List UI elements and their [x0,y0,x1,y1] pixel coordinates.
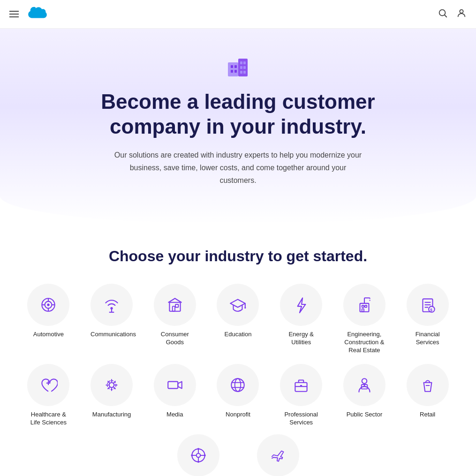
svg-rect-8 [238,59,248,76]
industry-grid-row1: Automotive Communications [19,284,457,355]
svg-point-72 [204,454,205,456]
industry-label-energy-utilities: Energy & Utilities [280,331,322,347]
svg-rect-4 [231,65,233,68]
svg-rect-34 [365,305,367,307]
industry-item-professional-services[interactable]: Professional Services [272,364,331,427]
svg-point-52 [235,378,241,391]
hero-section: Become a leading customer company in you… [0,29,476,224]
industry-label-nonprofit: Nonprofit [226,411,250,419]
industry-label-professional-services: Professional Services [280,411,322,427]
svg-marker-31 [298,298,306,313]
industry-label-manufacturing: Manufacturing [92,411,131,419]
industry-item-education[interactable]: Education [208,284,268,355]
svg-rect-7 [234,70,237,73]
industry-item-media[interactable]: Media [145,364,204,427]
svg-point-61 [364,385,365,386]
svg-rect-49 [168,381,178,388]
svg-rect-10 [243,61,246,64]
industry-item-manufacturing[interactable]: Manufacturing [82,364,142,427]
industry-item-retail[interactable]: Retail [398,364,457,427]
industry-label-healthcare: Healthcare & Life Sciences [27,411,69,427]
svg-point-30 [245,307,246,309]
industry-label-financial-services: Financial Services [407,331,449,347]
industry-item-public-sector[interactable]: Public Sector [335,364,394,427]
svg-rect-9 [240,61,242,64]
svg-point-58 [362,378,367,384]
industry-item-travel[interactable]: Travel, Transportation & Hospitality [257,434,299,476]
svg-rect-12 [243,66,246,69]
svg-point-17 [47,304,50,306]
industry-heading: Choose your industry to get started. [19,248,457,265]
svg-marker-28 [231,300,246,308]
industry-label-media: Media [166,411,183,419]
svg-line-1 [445,15,446,17]
salesforce-logo[interactable] [26,6,49,23]
industry-section: Choose your industry to get started. Aut… [0,224,476,476]
svg-text:$: $ [430,308,432,312]
svg-rect-11 [240,66,242,69]
industry-label-retail: Retail [420,411,435,419]
svg-point-69 [197,448,199,450]
svg-point-70 [197,461,199,462]
industry-item-healthcare[interactable]: Healthcare & Life Sciences [19,364,78,427]
industry-item-communications[interactable]: Communications [82,284,142,355]
hamburger-menu[interactable] [9,11,19,17]
svg-point-71 [191,454,193,456]
industry-item-technology[interactable]: Technology [177,434,219,476]
industry-grid-last-row: Technology Travel, Transportation & Hosp… [19,434,457,476]
account-icon[interactable] [456,8,467,21]
navigation [0,0,476,29]
industry-item-automotive[interactable]: Automotive [19,284,78,355]
industry-label-consumer-goods: Consumer Goods [154,331,196,347]
svg-point-0 [439,9,446,15]
industry-item-consumer-goods[interactable]: Consumer Goods [145,284,204,355]
svg-rect-33 [362,305,364,307]
svg-rect-26 [173,306,175,311]
svg-rect-27 [175,304,178,307]
svg-point-22 [110,307,113,310]
industry-grid-row2: Healthcare & Life Sciences Manufacturing [19,364,457,427]
industry-item-energy-utilities[interactable]: Energy & Utilities [272,284,331,355]
svg-rect-3 [228,62,238,76]
industry-item-nonprofit[interactable]: Nonprofit [208,364,268,427]
industry-label-education: Education [225,331,252,339]
svg-point-2 [460,9,463,13]
hero-title: Become a leading customer company in you… [74,90,402,139]
industry-label-communications: Communications [91,331,133,339]
industry-label-automotive: Automotive [33,331,64,339]
nav-right [438,8,467,21]
industry-item-engineering[interactable]: Engineering, Construction & Real Estate [335,284,394,355]
industry-label-public-sector: Public Sector [347,411,383,419]
nav-left [9,6,49,23]
hero-building-icon [38,52,438,82]
svg-rect-14 [243,71,246,74]
hero-description: Our solutions are created with industry … [112,149,365,187]
svg-rect-5 [234,65,237,68]
svg-rect-6 [231,70,233,73]
svg-point-51 [232,378,244,391]
svg-point-47 [109,383,114,388]
industry-item-financial-services[interactable]: $ Financial Services [398,284,457,355]
svg-marker-50 [178,381,181,388]
industry-label-engineering: Engineering, Construction & Real Estate [343,331,385,355]
search-icon[interactable] [438,8,448,21]
svg-point-64 [196,453,200,457]
svg-rect-32 [360,303,369,312]
svg-rect-13 [240,71,242,74]
